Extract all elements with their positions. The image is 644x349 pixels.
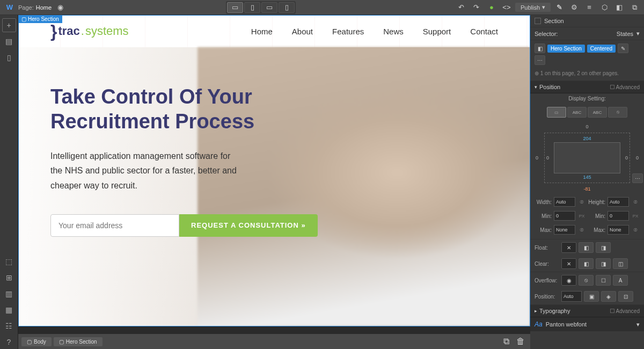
box-more-icon[interactable]: ⋯ bbox=[632, 173, 643, 183]
max-height-stepper-icon[interactable]: ⦿ bbox=[631, 228, 640, 232]
guides-icon[interactable]: ▥ bbox=[2, 287, 16, 301]
publish-button[interactable]: Publish▾ bbox=[515, 3, 551, 12]
height-input[interactable] bbox=[608, 197, 629, 207]
help-icon[interactable]: ? bbox=[2, 335, 16, 349]
display-inline-icon[interactable]: ABC bbox=[588, 107, 607, 118]
font-name[interactable]: Panton webfont bbox=[546, 321, 633, 328]
selector-menu-icon[interactable]: ⋯ bbox=[535, 55, 545, 65]
clear-both-icon[interactable]: ◫ bbox=[613, 258, 628, 269]
overflow-visible-icon[interactable]: ◉ bbox=[561, 275, 576, 286]
position-absolute-icon[interactable]: ◈ bbox=[601, 291, 616, 302]
nav-link-news[interactable]: News bbox=[383, 27, 404, 36]
interactions-tab-icon[interactable]: ⬡ bbox=[598, 2, 611, 13]
add-element-icon[interactable]: + bbox=[2, 18, 16, 32]
overflow-scroll-icon[interactable]: ☐ bbox=[596, 275, 611, 286]
overflow-hidden-icon[interactable]: ⦸ bbox=[579, 275, 594, 286]
cms-icon[interactable]: ▦ bbox=[2, 303, 16, 317]
nav-link-features[interactable]: Features bbox=[332, 27, 364, 36]
style-tab-icon[interactable]: ✎ bbox=[553, 2, 566, 13]
publish-label: Publish bbox=[521, 4, 540, 11]
nav-link-about[interactable]: About bbox=[292, 27, 313, 36]
max-width-stepper-icon[interactable]: ⦿ bbox=[577, 228, 586, 232]
typography-section-header[interactable]: ▸TypographyAdvanced bbox=[530, 305, 644, 317]
delete-icon[interactable]: 🗑 bbox=[516, 337, 527, 346]
breadcrumb-hero[interactable]: ▢Hero Section bbox=[54, 337, 103, 346]
backups-tab-icon[interactable]: ⧉ bbox=[628, 2, 641, 13]
display-inline-block-icon[interactable]: ABC bbox=[567, 107, 587, 118]
position-input[interactable] bbox=[561, 291, 582, 302]
states-label[interactable]: States bbox=[617, 31, 633, 37]
font-row: Aa Panton webfont ▾ bbox=[530, 317, 644, 331]
clear-none-icon[interactable]: ✕ bbox=[561, 258, 576, 269]
design-canvas[interactable]: ▢Hero Section } trac.systems Home About … bbox=[18, 15, 530, 326]
cta-button[interactable]: REQUEST A CONSULTATION » bbox=[179, 214, 318, 237]
padding-top[interactable]: 204 bbox=[583, 136, 591, 141]
max-height-input[interactable] bbox=[608, 225, 629, 235]
device-tablet-landscape-icon[interactable]: ▭ bbox=[261, 2, 277, 13]
select-tool-icon[interactable]: ⬚ bbox=[2, 255, 16, 268]
float-none-icon[interactable]: ✕ bbox=[561, 242, 576, 253]
nav-link-support[interactable]: Support bbox=[423, 27, 451, 36]
margin-left[interactable]: 0 bbox=[536, 155, 538, 161]
margin-right[interactable]: 0 bbox=[636, 155, 639, 161]
page-icon[interactable]: ▯ bbox=[2, 50, 16, 64]
site-header: } trac.systems Home About Features News … bbox=[18, 15, 530, 47]
hero-title[interactable]: Take Control Of YourRecruitment Process bbox=[50, 85, 498, 134]
clear-left-icon[interactable]: ◧ bbox=[579, 258, 594, 269]
breadcrumb-body[interactable]: ▢Body bbox=[21, 337, 52, 346]
position-row: Position: ▣ ◈ ⊡ bbox=[530, 288, 644, 305]
class-tag-centered[interactable]: Centered bbox=[587, 45, 616, 53]
settings-tab-icon[interactable]: ⚙ bbox=[568, 2, 581, 13]
position-relative-icon[interactable]: ▣ bbox=[584, 291, 599, 302]
min-width-input[interactable] bbox=[554, 211, 575, 221]
overflow-auto-icon[interactable]: A bbox=[613, 275, 628, 286]
margin-top[interactable]: 0 bbox=[586, 124, 588, 129]
email-field[interactable] bbox=[50, 214, 179, 237]
box-model-editor[interactable]: 0 -81 0 0 204 145 0 0 ⋯ bbox=[535, 123, 640, 193]
padding-right[interactable]: 0 bbox=[625, 155, 628, 161]
hero-body[interactable]: Intelligent application management softw… bbox=[50, 149, 244, 193]
undo-icon[interactable]: ↶ bbox=[455, 2, 468, 13]
redo-icon[interactable]: ↷ bbox=[470, 2, 483, 13]
position-section-header[interactable]: ▾PositionAdvanced bbox=[530, 81, 644, 93]
device-tablet-icon[interactable]: ▯ bbox=[244, 2, 260, 13]
display-block-icon[interactable]: ▭ bbox=[547, 107, 566, 118]
code-icon[interactable]: <> bbox=[500, 2, 513, 13]
clear-right-icon[interactable]: ◨ bbox=[596, 258, 611, 269]
pages-icon[interactable]: ▤ bbox=[2, 34, 16, 48]
nav-link-home[interactable]: Home bbox=[251, 27, 273, 36]
nav-link-contact[interactable]: Contact bbox=[470, 27, 498, 36]
page-name[interactable]: Home bbox=[36, 4, 52, 11]
height-stepper-icon[interactable]: ⦿ bbox=[631, 200, 640, 205]
display-none-icon[interactable]: ⦸ bbox=[608, 107, 627, 118]
webflow-logo-icon[interactable]: W bbox=[3, 2, 16, 13]
edit-selector-icon[interactable]: ✎ bbox=[618, 43, 628, 53]
position-fixed-icon[interactable]: ⊡ bbox=[618, 291, 633, 302]
preview-icon[interactable]: ◉ bbox=[54, 2, 67, 13]
grid-tool-icon[interactable]: ⊞ bbox=[2, 271, 16, 285]
padding-left[interactable]: 0 bbox=[546, 155, 549, 161]
min-height-input[interactable] bbox=[608, 211, 629, 221]
width-input[interactable] bbox=[554, 197, 575, 207]
site-logo[interactable]: } trac.systems bbox=[50, 21, 129, 41]
min-height-unit[interactable]: PX bbox=[631, 214, 640, 219]
chevron-down-icon[interactable]: ▾ bbox=[636, 321, 640, 328]
max-width-input[interactable] bbox=[554, 225, 575, 235]
assets-tab-icon[interactable]: ◧ bbox=[613, 2, 626, 13]
collapse-icon[interactable]: ⧉ bbox=[503, 337, 514, 346]
height-label: Height: bbox=[588, 199, 605, 205]
margin-bottom[interactable]: -81 bbox=[583, 186, 590, 192]
selector-global-icon[interactable]: ◧ bbox=[535, 43, 545, 53]
float-right-icon[interactable]: ◨ bbox=[596, 242, 611, 253]
min-width-unit[interactable]: PX bbox=[577, 214, 586, 219]
hero-section[interactable]: Take Control Of YourRecruitment Process … bbox=[18, 47, 530, 326]
padding-bottom[interactable]: 145 bbox=[583, 174, 591, 180]
float-left-icon[interactable]: ◧ bbox=[579, 242, 594, 253]
navigator-tab-icon[interactable]: ≡ bbox=[583, 2, 596, 13]
device-desktop-icon[interactable]: ▭ bbox=[227, 2, 243, 13]
display-setting-label: Display Setting: bbox=[530, 93, 644, 104]
users-icon[interactable]: ☷ bbox=[2, 319, 16, 333]
device-mobile-icon[interactable]: ▯ bbox=[279, 2, 295, 13]
class-tag-hero[interactable]: Hero Section bbox=[547, 45, 585, 53]
width-stepper-icon[interactable]: ⦿ bbox=[577, 200, 586, 205]
